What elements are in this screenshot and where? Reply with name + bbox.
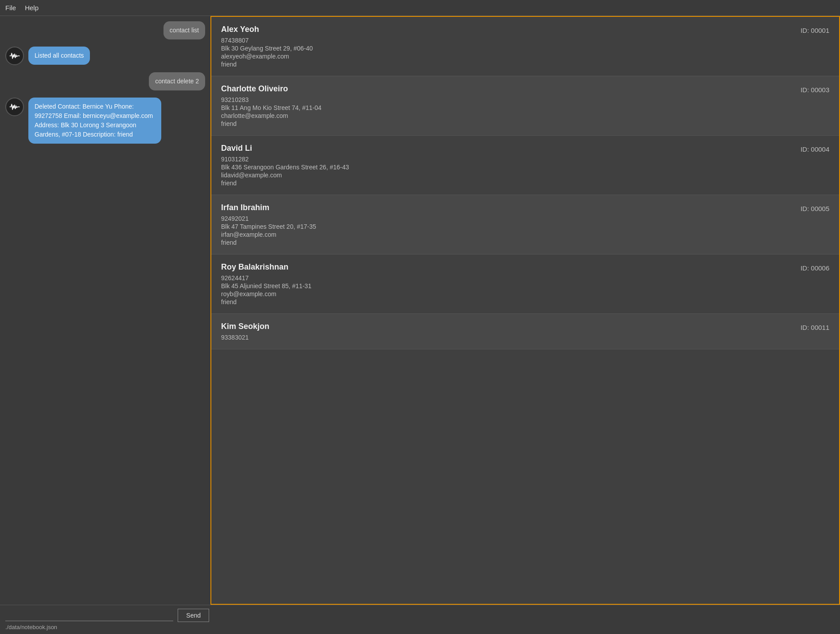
contact-info: Charlotte Oliveiro 93210283 Blk 11 Ang M… — [221, 84, 321, 127]
contact-info: Roy Balakrishnan 92624417 Blk 45 Aljunie… — [221, 262, 311, 305]
contact-info: Alex Yeoh 87438807 Blk 30 Geylang Street… — [221, 25, 313, 68]
menu-file[interactable]: File — [5, 4, 16, 12]
contact-phone: 93383021 — [221, 334, 269, 341]
contact-id: ID: 00006 — [801, 264, 829, 272]
message-row: contact list — [5, 21, 205, 39]
contact-email: alexyeoh@example.com — [221, 53, 313, 60]
contact-id: ID: 00003 — [801, 86, 829, 94]
contact-description: friend — [221, 298, 311, 305]
contact-name: Roy Balakrishnan — [221, 262, 311, 272]
contact-card: Kim Seokjon 93383021 ID: 00011 — [211, 314, 839, 349]
message-input[interactable] — [5, 610, 173, 621]
contact-card: Irfan Ibrahim 92492021 Blk 47 Tampines S… — [211, 195, 839, 254]
main-area: contact list Listed all contacts contact… — [0, 16, 840, 605]
contact-description: friend — [221, 180, 349, 187]
contact-id: ID: 00004 — [801, 145, 829, 153]
contact-address: Blk 45 Aljunied Street 85, #11-31 — [221, 282, 311, 290]
contact-address: Blk 11 Ang Mo Kio Street 74, #11-04 — [221, 104, 321, 111]
chat-bubble-deleted-contact: Deleted Contact: Bernice Yu Phone: 99272… — [28, 98, 161, 144]
bottom-bar: Send ./data/notebook.json — [0, 605, 840, 634]
contact-name: David Li — [221, 144, 349, 153]
contact-card: Roy Balakrishnan 92624417 Blk 45 Aljunie… — [211, 254, 839, 314]
contact-card: Alex Yeoh 87438807 Blk 30 Geylang Street… — [211, 17, 839, 76]
chat-bubble-contact-delete: contact delete 2 — [149, 72, 205, 90]
contact-name: Irfan Ibrahim — [221, 203, 316, 212]
send-button[interactable]: Send — [178, 609, 209, 622]
contact-info: David Li 91031282 Blk 436 Serangoon Gard… — [221, 144, 349, 187]
chat-bubble-listed-contacts: Listed all contacts — [28, 47, 90, 65]
message-row: Listed all contacts — [5, 47, 205, 65]
contact-description: friend — [221, 120, 321, 127]
contact-card: David Li 91031282 Blk 436 Serangoon Gard… — [211, 136, 839, 195]
contact-phone: 92492021 — [221, 215, 316, 222]
chat-bubble-contact-list: contact list — [163, 21, 205, 39]
waveform-icon — [9, 101, 20, 113]
contact-phone: 87438807 — [221, 37, 313, 44]
input-row: Send — [5, 609, 209, 622]
contact-email: royb@example.com — [221, 290, 311, 297]
contact-id: ID: 00005 — [801, 205, 829, 212]
contact-address: Blk 30 Geylang Street 29, #06-40 — [221, 45, 313, 52]
contact-card: Charlotte Oliveiro 93210283 Blk 11 Ang M… — [211, 76, 839, 136]
contact-phone: 93210283 — [221, 96, 321, 103]
avatar — [5, 98, 24, 116]
message-row: Deleted Contact: Bernice Yu Phone: 99272… — [5, 98, 205, 144]
contact-phone: 91031282 — [221, 156, 349, 163]
contacts-panel: Alex Yeoh 87438807 Blk 30 Geylang Street… — [210, 16, 840, 605]
contact-email: charlotte@example.com — [221, 112, 321, 119]
menu-help[interactable]: Help — [25, 4, 39, 12]
contact-email: lidavid@example.com — [221, 172, 349, 179]
contact-id: ID: 00001 — [801, 27, 829, 34]
contact-phone: 92624417 — [221, 274, 311, 282]
contact-description: friend — [221, 61, 313, 68]
chat-panel: contact list Listed all contacts contact… — [0, 16, 210, 605]
contact-address: Blk 436 Serangoon Gardens Street 26, #16… — [221, 164, 349, 171]
contact-description: friend — [221, 239, 316, 246]
contact-email: irfan@example.com — [221, 231, 316, 238]
message-row: contact delete 2 — [5, 72, 205, 90]
contact-info: Irfan Ibrahim 92492021 Blk 47 Tampines S… — [221, 203, 316, 246]
contact-info: Kim Seokjon 93383021 — [221, 322, 269, 341]
waveform-icon — [9, 50, 20, 62]
contact-name: Alex Yeoh — [221, 25, 313, 34]
contact-name: Charlotte Oliveiro — [221, 84, 321, 94]
contact-address: Blk 47 Tampines Street 20, #17-35 — [221, 223, 316, 230]
contact-name: Kim Seokjon — [221, 322, 269, 331]
status-bar: ./data/notebook.json — [5, 624, 835, 630]
contact-id: ID: 00011 — [801, 324, 829, 331]
avatar — [5, 47, 24, 65]
menu-bar: File Help — [0, 0, 840, 16]
